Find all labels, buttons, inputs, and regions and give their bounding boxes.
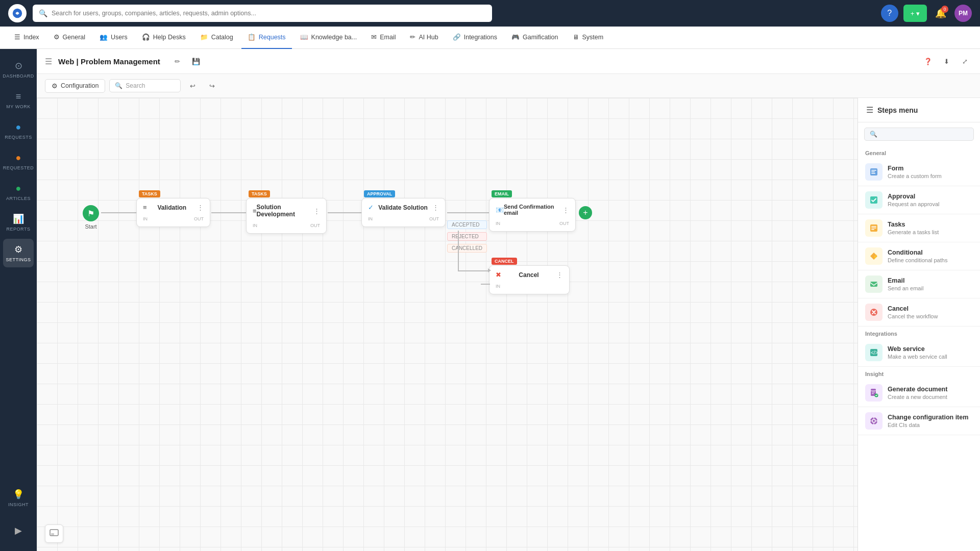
webservice-step-text: Web service Make a web service call xyxy=(888,345,947,360)
sidebar-item-insight[interactable]: 💡 Insight xyxy=(3,484,34,512)
user-avatar[interactable]: PM xyxy=(954,5,972,22)
step-item-form[interactable]: Form Create a custom form xyxy=(858,158,980,186)
svg-text:</>: </> xyxy=(871,350,878,356)
sidebar-item-articles[interactable]: ● Articles xyxy=(3,178,34,206)
main-layout: ⊙ Dashboard ≡ My Work ● Requests ● Reque… xyxy=(0,49,980,551)
fullscreen-btn[interactable]: ⤢ xyxy=(958,54,972,68)
cancel-header: ✖ Cancel ⋮ xyxy=(496,271,563,279)
step-item-cancel[interactable]: Cancel Cancel the workflow xyxy=(858,298,980,327)
requests-icon: 📋 xyxy=(248,33,256,41)
svg-rect-5 xyxy=(871,171,875,172)
start-node: ⚑ Start xyxy=(83,205,99,230)
cancel-node: CANCEL ✖ Cancel ⋮ IN xyxy=(489,265,570,294)
workflow-search-box[interactable]: 🔍 Search xyxy=(109,79,181,92)
arrow-cancel-in xyxy=(481,284,490,285)
validation-menu-icon[interactable]: ⋮ xyxy=(197,204,204,211)
workflow-header-right: ❓ ⬇ ⤢ xyxy=(921,54,972,68)
nav-item-integrations[interactable]: 🔗 Integrations xyxy=(447,27,503,49)
workflow-header: ☰ Web | Problem Management ✏ 💾 ❓ ⬇ ⤢ xyxy=(37,49,980,74)
redo-button[interactable]: ↪ xyxy=(204,78,219,93)
nav-item-aihub[interactable]: ✏ AI Hub xyxy=(404,27,444,49)
canvas-inner: ⚑ Start TASKS ≡ xyxy=(37,98,857,551)
add-button[interactable]: + ▾ xyxy=(903,5,927,22)
sidebar-item-requested[interactable]: ● Requested xyxy=(3,147,34,176)
nav-item-users[interactable]: 👥 Users xyxy=(93,27,134,49)
navbar: ☰ Index ⚙ General 👥 Users 🎧 Help Desks 📁… xyxy=(0,27,980,49)
sidebar-item-reports[interactable]: 📊 Reports xyxy=(3,208,34,237)
section-integrations-label: Integrations xyxy=(858,327,980,339)
step-item-webservice[interactable]: </> Web service Make a web service call xyxy=(858,339,980,367)
left-sidebar: ⊙ Dashboard ≡ My Work ● Requests ● Reque… xyxy=(0,49,37,551)
svg-rect-4 xyxy=(871,170,876,171)
step-item-generate-document[interactable]: Generate document Create a new document xyxy=(858,379,980,407)
step-item-change-config[interactable]: Change configuration item Edit CIs data xyxy=(858,407,980,435)
email-badge: EMAIL xyxy=(492,189,512,197)
step-item-email[interactable]: Email Send an email xyxy=(858,270,980,298)
nav-item-index[interactable]: ☰ Index xyxy=(8,27,45,49)
save-icon-btn[interactable]: 💾 xyxy=(189,54,203,68)
app-logo[interactable] xyxy=(8,4,27,22)
section-insight-label: Insight xyxy=(858,367,980,379)
search-input[interactable] xyxy=(52,10,486,17)
conditional-step-text: Conditional Define conditional paths xyxy=(888,249,947,263)
help-btn[interactable]: ❓ xyxy=(921,54,935,68)
validate-solution-menu-icon[interactable]: ⋮ xyxy=(432,204,439,211)
solution-dev-ports: IN OUT xyxy=(253,223,320,228)
validate-solution-header: ✓ Validate Solution ⋮ xyxy=(368,204,439,211)
configuration-button[interactable]: ⚙ Configuration xyxy=(45,79,105,93)
email-nav-icon: ✉ xyxy=(371,33,377,41)
download-btn[interactable]: ⬇ xyxy=(939,54,953,68)
validation-badge: TASKS xyxy=(139,189,160,197)
step-item-tasks[interactable]: Tasks Generate a tasks list xyxy=(858,214,980,242)
send-confirmation-ports: IN OUT xyxy=(496,221,569,226)
minimap-button[interactable] xyxy=(45,524,63,543)
validation-ports: IN OUT xyxy=(143,216,204,221)
nav-item-email[interactable]: ✉ Email xyxy=(365,27,402,49)
approval-step-icon xyxy=(865,191,883,209)
sidebar-item-settings[interactable]: ⚙ Settings xyxy=(3,239,34,267)
approval-step-text: Approval Request an approval xyxy=(888,193,940,207)
sidebar-item-mywork[interactable]: ≡ My Work xyxy=(3,86,34,114)
svg-rect-7 xyxy=(870,196,877,204)
solution-dev-menu-icon[interactable]: ⋮ xyxy=(313,207,320,215)
undo-button[interactable]: ↩ xyxy=(185,78,200,93)
send-confirmation-menu-icon[interactable]: ⋮ xyxy=(562,206,569,214)
sidebar-toggle-icon[interactable]: ☰ xyxy=(45,57,52,66)
nav-item-knowledge[interactable]: 📖 Knowledge ba... xyxy=(294,27,363,49)
sidebar-item-extra[interactable]: ▶ xyxy=(3,516,34,545)
topbar-search-container: 🔍 xyxy=(33,5,492,22)
cancelled-path: CANCELLED xyxy=(447,244,487,253)
edit-icon-btn[interactable]: ✏ xyxy=(170,54,185,68)
sidebar-item-dashboard[interactable]: ⊙ Dashboard xyxy=(3,55,34,84)
form-step-text: Form Create a custom form xyxy=(888,165,942,179)
nav-item-gamification[interactable]: 🎮 Gamification xyxy=(505,27,564,49)
step-item-approval[interactable]: Approval Request an approval xyxy=(858,186,980,214)
step-item-conditional[interactable]: ⚡ Conditional Define conditional paths xyxy=(858,242,980,270)
solution-dev-node: TASKS ≡ Solution Development ⋮ IN OUT xyxy=(246,198,327,234)
svg-text:⚡: ⚡ xyxy=(873,254,878,259)
content-area: ☰ Web | Problem Management ✏ 💾 ❓ ⬇ ⤢ ⚙ C… xyxy=(37,49,980,551)
webservice-step-icon: </> xyxy=(865,344,883,361)
steps-search-box[interactable]: 🔍 xyxy=(864,128,974,141)
nav-item-helpdesks[interactable]: 🎧 Help Desks xyxy=(136,27,192,49)
nav-item-catalog[interactable]: 📁 Catalog xyxy=(194,27,239,49)
workflow-header-icons: ✏ 💾 xyxy=(170,54,203,68)
help-icon-btn[interactable]: ? xyxy=(881,5,898,22)
svg-rect-14 xyxy=(870,282,877,287)
sidebar-item-requests[interactable]: ● Requests xyxy=(3,116,34,145)
cancel-menu-icon[interactable]: ⋮ xyxy=(556,271,563,279)
notifications-button[interactable]: 🔔 0 xyxy=(932,5,949,22)
workflow-title: Web | Problem Management xyxy=(58,57,160,66)
nav-item-system[interactable]: 🖥 System xyxy=(567,27,610,49)
settings-icon: ⚙ xyxy=(14,244,22,255)
conditional-step-icon: ⚡ xyxy=(865,247,883,265)
nav-item-requests[interactable]: 📋 Requests xyxy=(241,27,292,49)
system-icon: 🖥 xyxy=(573,34,579,41)
add-step-button[interactable]: + xyxy=(579,206,592,219)
cancel-badge: CANCEL xyxy=(492,257,517,264)
accepted-path: ACCEPTED xyxy=(447,220,487,229)
nav-item-general[interactable]: ⚙ General xyxy=(47,27,91,49)
validation-icon: ≡ xyxy=(143,204,147,211)
validate-solution-node: APPROVAL ✓ Validate Solution ⋮ IN OUT xyxy=(361,198,446,227)
steps-search-input[interactable] xyxy=(880,131,968,138)
